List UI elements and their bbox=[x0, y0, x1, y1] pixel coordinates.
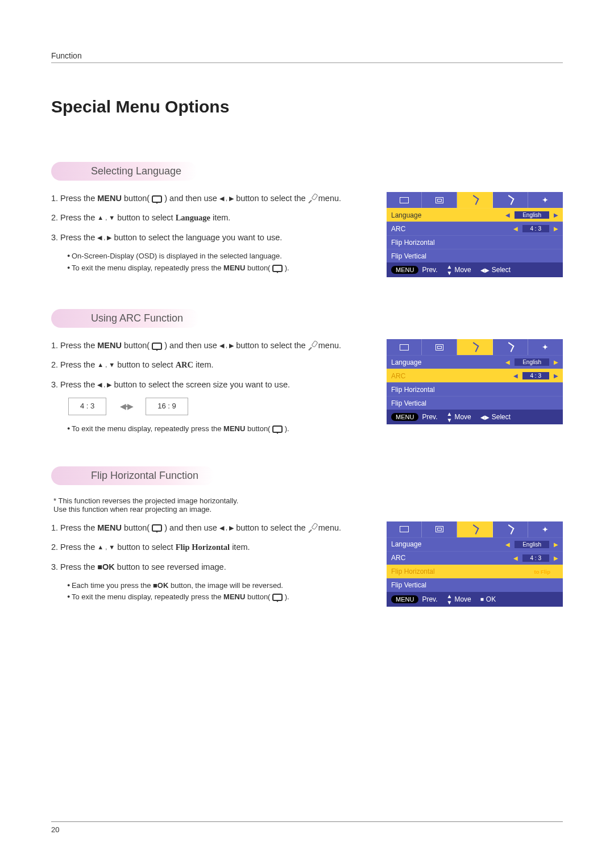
right-arrow-icon[interactable]: ▶ bbox=[554, 373, 558, 379]
tool-icon bbox=[308, 524, 316, 532]
section-selecting-language: Selecting Language Press the MENU button… bbox=[51, 162, 563, 277]
osd-tabs bbox=[387, 192, 563, 208]
osd-tab-5[interactable] bbox=[528, 521, 563, 537]
subheading-arc: Using ARC Function bbox=[51, 309, 199, 328]
lang-step-2: Press the ▲ , ▼ button to select Languag… bbox=[60, 211, 370, 224]
osd-tab-3[interactable] bbox=[457, 192, 492, 208]
osd-row-flipv[interactable]: Flip Vertical bbox=[387, 578, 563, 592]
flip-note: * This function reverses the projected i… bbox=[53, 496, 563, 514]
osd-panel-flip: Language ◀English▶ ARC ◀4 : 3▶ Flip Hori… bbox=[387, 521, 563, 607]
menu-badge[interactable]: MENU bbox=[391, 266, 418, 274]
leftright-icon: ◀▶ bbox=[480, 414, 489, 420]
right-arrow-icon[interactable]: ▶ bbox=[554, 226, 558, 232]
page-footer: 20 bbox=[51, 821, 563, 834]
osd-tab-2[interactable] bbox=[422, 192, 457, 208]
osd-footer: MENU Prev. ▲▼Move ■OK bbox=[387, 592, 563, 607]
osd-row-arc[interactable]: ARC ◀4 : 3▶ bbox=[387, 222, 563, 235]
osd-row-arc[interactable]: ARC ◀4 : 3▶ bbox=[387, 551, 563, 565]
osd-row-language[interactable]: Language ◀English▶ bbox=[387, 208, 563, 222]
osd-tab-3[interactable] bbox=[457, 339, 492, 355]
osd-row-language[interactable]: Language ◀English▶ bbox=[387, 355, 563, 369]
osd-tab-1[interactable] bbox=[387, 192, 422, 208]
updown-icon: ▲▼ bbox=[447, 411, 453, 423]
rect-inner-icon bbox=[435, 197, 443, 203]
menu-icon bbox=[272, 425, 283, 433]
rect-inner-icon bbox=[435, 526, 443, 532]
tool-tab-icon bbox=[471, 342, 479, 352]
left-arrow-icon[interactable]: ◀ bbox=[513, 226, 518, 232]
right-arrow-icon[interactable]: ▶ bbox=[554, 359, 558, 365]
left-arrow-icon[interactable]: ◀ bbox=[505, 212, 510, 218]
lang-bullet-2: To exit the menu display, repeatedly pre… bbox=[67, 262, 370, 274]
osd-tab-2[interactable] bbox=[422, 521, 457, 537]
osd-footer: MENU Prev. ▲▼Move ◀▶Select bbox=[387, 410, 563, 424]
square-icon: ■ bbox=[480, 596, 484, 602]
instructions-language: Press the MENU button( ) and then use ◀ … bbox=[51, 192, 370, 274]
osd-tab-4[interactable] bbox=[493, 521, 528, 537]
left-arrow-icon[interactable]: ◀ bbox=[505, 359, 510, 365]
ratio-diagram: 4 : 3 ◀━▶ 16 : 9 bbox=[68, 398, 370, 415]
lang-step-3: Press the ◀ , ▶ button to select the lan… bbox=[60, 231, 370, 244]
right-arrow-icon[interactable]: ▶ bbox=[554, 212, 558, 218]
tool-tab-icon bbox=[471, 524, 479, 535]
osd-tab-3[interactable] bbox=[457, 521, 492, 537]
menu-badge[interactable]: MENU bbox=[391, 595, 418, 603]
flip-bullet-2: To exit the menu display, repeatedly pre… bbox=[67, 591, 370, 603]
osd-footer: MENU Prev. ▲▼Move ◀▶Select bbox=[387, 262, 563, 277]
section-flip-horizontal: Flip Horizontal Function * This function… bbox=[51, 466, 563, 607]
header-category: Function bbox=[51, 51, 82, 60]
arc-bullet-1: To exit the menu display, repeatedly pre… bbox=[67, 423, 370, 435]
osd-tab-4[interactable] bbox=[493, 339, 528, 355]
rect-inner-icon bbox=[435, 344, 443, 350]
osd-row-fliph[interactable]: Flip Horizontal bbox=[387, 235, 563, 249]
osd-row-flipv[interactable]: Flip Vertical bbox=[387, 396, 563, 410]
osd-tabs bbox=[387, 521, 563, 537]
section-arc: Using ARC Function Press the MENU button… bbox=[51, 309, 563, 435]
flip-step-2: Press the ▲ , ▼ button to select Flip Ho… bbox=[60, 541, 370, 553]
subheading-language: Selecting Language bbox=[51, 162, 197, 181]
right-arrow-icon[interactable]: ▶ bbox=[554, 555, 558, 561]
lang-bullet-1: On-Screen-Display (OSD) is displayed in … bbox=[67, 251, 370, 262]
page-title: Special Menu Options bbox=[51, 97, 563, 116]
menu-icon bbox=[152, 343, 162, 350]
spark-icon bbox=[542, 195, 549, 205]
tool-tab-icon bbox=[471, 195, 479, 205]
updown-icon: ▲▼ bbox=[447, 593, 453, 606]
flip-bullet-1: Each time you press the ■OK button, the … bbox=[67, 580, 370, 591]
osd-tab-5[interactable] bbox=[528, 192, 563, 208]
tool-icon bbox=[308, 341, 316, 349]
osd-row-language[interactable]: Language ◀English▶ bbox=[387, 537, 563, 551]
menu-icon bbox=[272, 594, 283, 601]
tool-tab-icon bbox=[506, 342, 515, 352]
arc-step-2: Press the ▲ , ▼ button to select ARC ite… bbox=[60, 358, 370, 371]
flip-step-3: Press the ■OK button to see reversed ima… bbox=[60, 561, 370, 573]
osd-row-fliph[interactable]: Flip Horizontal bbox=[387, 382, 563, 396]
osd-tab-2[interactable] bbox=[422, 339, 457, 355]
left-arrow-icon[interactable]: ◀ bbox=[513, 555, 518, 561]
spark-icon bbox=[542, 343, 549, 352]
updown-icon: ▲▼ bbox=[447, 264, 453, 276]
menu-badge[interactable]: MENU bbox=[391, 413, 418, 421]
osd-tabs bbox=[387, 339, 563, 355]
osd-row-fliph[interactable]: Flip Horizontal to Flip bbox=[387, 565, 563, 578]
osd-tab-5[interactable] bbox=[528, 339, 563, 355]
menu-icon bbox=[272, 265, 283, 272]
instructions-arc: Press the MENU button( ) and then use ◀ … bbox=[51, 339, 370, 435]
osd-tab-1[interactable] bbox=[387, 339, 422, 355]
menu-icon bbox=[152, 524, 162, 532]
flip-step-1: Press the MENU button( ) and then use ◀ … bbox=[60, 521, 370, 534]
ratio-16-9: 16 : 9 bbox=[146, 398, 188, 415]
arc-step-1: Press the MENU button( ) and then use ◀ … bbox=[60, 339, 370, 352]
right-arrow-icon[interactable]: ▶ bbox=[554, 541, 558, 548]
page-header: Function bbox=[51, 51, 563, 63]
osd-tab-1[interactable] bbox=[387, 521, 422, 537]
osd-tab-4[interactable] bbox=[493, 192, 528, 208]
page-number: 20 bbox=[51, 825, 59, 834]
tool-icon bbox=[308, 194, 316, 202]
left-arrow-icon[interactable]: ◀ bbox=[513, 373, 518, 379]
osd-row-arc[interactable]: ARC ◀4 : 3▶ bbox=[387, 369, 563, 382]
leftright-icon: ◀▶ bbox=[480, 267, 489, 273]
osd-row-flipv[interactable]: Flip Vertical bbox=[387, 249, 563, 262]
spark-icon bbox=[542, 525, 549, 534]
left-arrow-icon[interactable]: ◀ bbox=[505, 541, 510, 548]
